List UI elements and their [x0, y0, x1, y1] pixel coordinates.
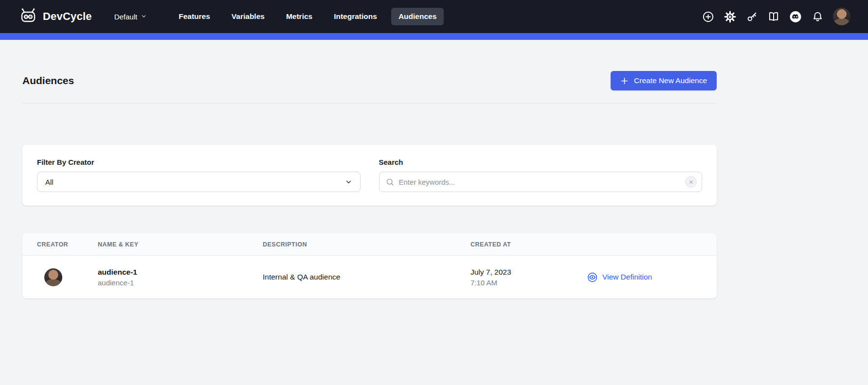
column-header-description: DESCRIPTION [263, 241, 470, 248]
description-cell: Internal & QA audience [263, 273, 470, 281]
plus-icon [620, 77, 629, 85]
search-field: Search [379, 158, 703, 192]
chevron-down-icon [345, 178, 352, 186]
create-new-audience-button[interactable]: Create New Audience [611, 71, 717, 90]
search-input[interactable] [399, 178, 681, 186]
project-dropdown[interactable]: Default [114, 13, 147, 21]
nav-item-integrations[interactable]: Integrations [326, 8, 384, 25]
creator-cell [37, 268, 98, 286]
search-box [379, 172, 703, 192]
audiences-table: CREATOR NAME & KEY DESCRIPTION CREATED A… [22, 233, 717, 298]
name-key-cell: audience-1 audience-1 [98, 268, 263, 287]
column-header-created-at: CREATED AT [470, 241, 587, 248]
nav-item-variables[interactable]: Variables [224, 8, 272, 25]
column-header-creator: CREATOR [37, 241, 98, 248]
audience-key: audience-1 [98, 279, 263, 287]
column-header-name-key: NAME & KEY [98, 241, 263, 248]
creator-filter-label: Filter By Creator [37, 158, 361, 166]
search-label: Search [379, 158, 703, 166]
search-icon [385, 177, 395, 187]
robot-logo-icon [18, 8, 38, 25]
devcycle-logo[interactable]: DevCycle [18, 8, 92, 25]
filters-card: Filter By Creator All Search [22, 145, 717, 206]
view-definition-label: View Definition [602, 273, 652, 281]
clear-search-icon[interactable] [685, 176, 697, 188]
creator-avatar [44, 268, 62, 286]
created-at-cell: July 7, 2023 7:10 AM [470, 268, 587, 287]
view-definition-link[interactable]: View Definition [587, 272, 652, 283]
nav-item-metrics[interactable]: Metrics [279, 8, 320, 25]
notifications-bell-icon[interactable] [811, 10, 824, 23]
brand-name: DevCycle [43, 10, 92, 23]
api-key-icon[interactable] [745, 10, 758, 23]
creator-select[interactable]: All [37, 172, 361, 192]
eye-view-icon [587, 272, 598, 283]
created-time: 7:10 AM [470, 279, 587, 287]
chevron-down-icon [141, 13, 147, 21]
page-title: Audiences [22, 75, 74, 87]
user-avatar[interactable] [833, 8, 850, 25]
creator-filter-field: Filter By Creator All [37, 158, 361, 192]
page-header: Audiences Create New Audience [22, 40, 717, 90]
table-header-row: CREATOR NAME & KEY DESCRIPTION CREATED A… [22, 233, 717, 256]
accent-bar [0, 33, 868, 40]
audience-name: audience-1 [98, 268, 263, 277]
create-button-label: Create New Audience [634, 76, 707, 85]
navbar-actions [702, 8, 850, 25]
project-dropdown-label: Default [114, 13, 138, 21]
header-divider [22, 103, 717, 104]
settings-gear-icon[interactable] [723, 10, 736, 23]
add-circle-icon[interactable] [702, 10, 714, 23]
actions-cell: View Definition [587, 272, 702, 283]
top-navbar: DevCycle Default Features Variables Metr… [0, 0, 868, 33]
creator-select-value: All [45, 178, 54, 186]
discord-icon[interactable] [789, 10, 802, 23]
created-date: July 7, 2023 [470, 268, 587, 277]
nav-item-audiences[interactable]: Audiences [391, 8, 444, 25]
table-row: audience-1 audience-1 Internal & QA audi… [22, 256, 717, 298]
main-content: Audiences Create New Audience Filter By … [0, 40, 868, 298]
nav-item-features[interactable]: Features [171, 8, 217, 25]
main-nav: Features Variables Metrics Integrations … [171, 8, 444, 25]
docs-book-icon[interactable] [767, 10, 780, 23]
